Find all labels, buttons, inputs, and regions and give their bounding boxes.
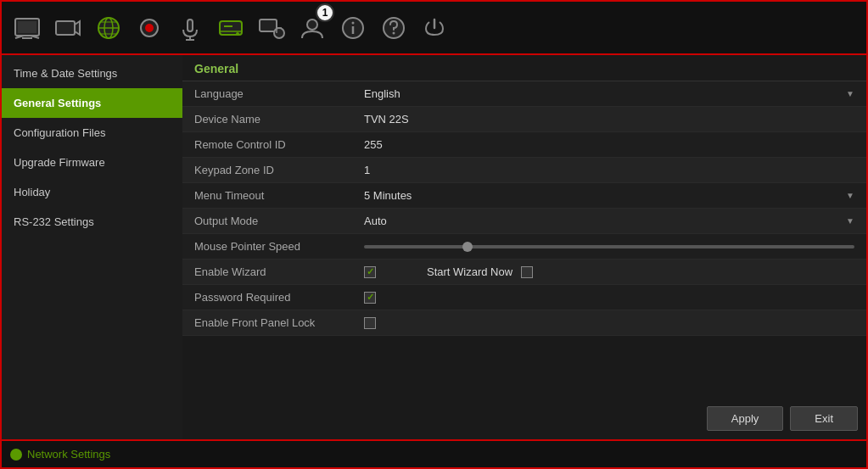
table-row: Menu Timeout 5 Minutes ▼ bbox=[182, 183, 866, 209]
annotation-1: 1 bbox=[316, 3, 334, 22]
exit-button[interactable]: Exit bbox=[790, 406, 858, 431]
table-row: Remote Control ID 255 bbox=[182, 132, 866, 158]
sidebar-item-general[interactable]: General Settings bbox=[2, 88, 182, 118]
button-row: Apply Exit bbox=[707, 406, 858, 431]
front-panel-lock-checkbox[interactable] bbox=[364, 317, 376, 329]
table-row: Password Required bbox=[182, 285, 866, 310]
setting-label: Mouse Pointer Speed bbox=[182, 234, 352, 260]
dropdown-arrow-icon: ▼ bbox=[846, 89, 854, 98]
sidebar-item-time-date[interactable]: Time & Date Settings bbox=[2, 59, 182, 88]
password-required-checkbox[interactable] bbox=[364, 292, 376, 304]
slider-track bbox=[364, 245, 854, 248]
table-row: Device Name TVN 22S bbox=[182, 107, 866, 132]
setting-label: Enable Front Panel Lock bbox=[182, 310, 352, 336]
setting-value: 255 bbox=[352, 132, 866, 158]
mouse-speed-slider[interactable] bbox=[364, 245, 854, 248]
enable-wizard-checkbox[interactable] bbox=[364, 266, 376, 278]
slider-thumb[interactable] bbox=[462, 242, 473, 252]
network-status-text: Network Settings bbox=[27, 448, 110, 461]
content-title: General bbox=[182, 55, 866, 81]
hdd-active-icon[interactable] bbox=[214, 11, 248, 45]
main-area: 2 Time & Date Settings General Settings … bbox=[0, 55, 868, 441]
setting-value: Start Wizard Now bbox=[352, 260, 866, 285]
setting-value bbox=[352, 285, 866, 310]
settings-table: Language English ▼ Device Name TVN 22S R… bbox=[182, 81, 866, 336]
svg-rect-5 bbox=[56, 21, 75, 35]
svg-rect-1 bbox=[18, 21, 36, 33]
camera-icon[interactable] bbox=[51, 11, 85, 45]
setting-value[interactable]: English ▼ bbox=[352, 81, 866, 106]
sidebar-item-rs232[interactable]: RS-232 Settings bbox=[2, 207, 182, 237]
svg-point-13 bbox=[145, 24, 154, 32]
output-mode-value: Auto bbox=[364, 215, 387, 227]
table-row: Language English ▼ bbox=[182, 81, 866, 107]
setting-label: Enable Wizard bbox=[182, 260, 352, 285]
svg-rect-14 bbox=[188, 20, 193, 31]
setting-value: 1 bbox=[352, 158, 866, 183]
setting-label: Keypad Zone ID bbox=[182, 158, 352, 183]
sidebar-item-firmware[interactable]: Upgrade Firmware bbox=[2, 148, 182, 177]
info-icon[interactable] bbox=[336, 11, 370, 45]
setting-label: Remote Control ID bbox=[182, 132, 352, 158]
table-row: Mouse Pointer Speed bbox=[182, 234, 866, 260]
dropdown-arrow-icon: ▼ bbox=[846, 216, 854, 226]
setting-value[interactable]: 5 Minutes ▼ bbox=[352, 183, 866, 208]
sidebar-item-config[interactable]: Configuration Files bbox=[2, 118, 182, 148]
sidebar: Time & Date Settings General Settings Co… bbox=[0, 55, 182, 441]
svg-point-22 bbox=[274, 28, 284, 38]
start-wizard-label: Start Wizard Now bbox=[427, 265, 512, 278]
power-icon[interactable] bbox=[417, 11, 451, 45]
dropdown-arrow-icon: ▼ bbox=[846, 191, 854, 200]
setting-value bbox=[352, 310, 866, 336]
audio-icon[interactable] bbox=[173, 11, 207, 45]
content-panel: 3 General Language English ▼ Device Name… bbox=[182, 55, 868, 441]
setting-label: Output Mode bbox=[182, 209, 352, 234]
setting-value: TVN 22S bbox=[352, 107, 866, 132]
start-wizard-checkbox[interactable] bbox=[521, 266, 533, 278]
table-row: Keypad Zone ID 1 bbox=[182, 158, 866, 183]
language-value: English bbox=[364, 87, 400, 100]
playback-icon[interactable] bbox=[255, 11, 288, 45]
table-row: Enable Wizard Start Wizard Now bbox=[182, 260, 866, 285]
remote-id-value: 255 bbox=[364, 138, 383, 151]
help-icon[interactable] bbox=[377, 11, 411, 45]
setting-label: Device Name bbox=[182, 107, 352, 132]
apply-button[interactable]: Apply bbox=[707, 406, 784, 431]
setting-label: Menu Timeout bbox=[182, 183, 352, 209]
network-active-icon[interactable] bbox=[92, 11, 126, 45]
sidebar-item-holiday[interactable]: Holiday bbox=[2, 177, 182, 207]
record-icon[interactable] bbox=[132, 11, 166, 45]
keypad-zone-value: 1 bbox=[364, 164, 370, 176]
svg-point-28 bbox=[352, 21, 355, 24]
setting-label: Language bbox=[182, 81, 352, 107]
live-view-icon[interactable] bbox=[10, 11, 44, 45]
menu-timeout-value: 5 Minutes bbox=[364, 189, 412, 202]
svg-point-25 bbox=[307, 20, 317, 30]
svg-point-19 bbox=[236, 32, 239, 36]
table-row: Enable Front Panel Lock bbox=[182, 310, 866, 336]
table-row: Output Mode Auto ▼ bbox=[182, 209, 866, 234]
status-bar: Network Settings bbox=[0, 441, 868, 469]
setting-value[interactable]: Auto ▼ bbox=[352, 209, 866, 233]
device-name-value: TVN 22S bbox=[364, 113, 409, 126]
svg-point-30 bbox=[393, 31, 395, 34]
setting-value[interactable] bbox=[352, 234, 866, 260]
svg-marker-6 bbox=[75, 21, 80, 35]
svg-rect-21 bbox=[260, 20, 277, 31]
toolbar: 1 bbox=[0, 0, 868, 55]
setting-label: Password Required bbox=[182, 285, 352, 310]
network-status-icon bbox=[10, 449, 22, 461]
